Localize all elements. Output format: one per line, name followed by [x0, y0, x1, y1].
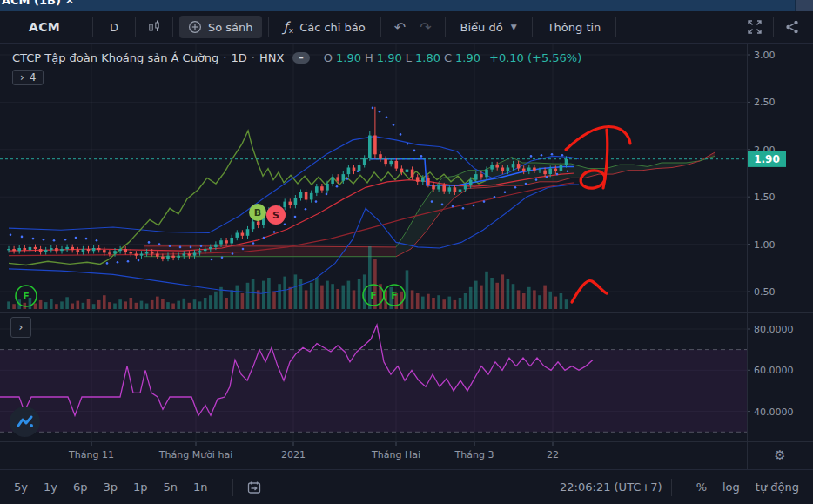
- indicator-count: 4: [30, 71, 37, 84]
- bottombar-divider: [232, 479, 233, 496]
- browser-tab-strip: ACM (1B) ✕: [0, 0, 813, 11]
- chart-menu-button[interactable]: Biểu đồ ▼: [452, 17, 526, 38]
- close-label: C: [444, 51, 452, 64]
- rsi-axis-label: 80.0000: [754, 324, 794, 335]
- price-axis-label: 3.00: [754, 50, 776, 61]
- close-value: 1.90: [455, 51, 480, 64]
- legend-interval[interactable]: 1D: [232, 51, 247, 64]
- chevron-right-icon: ›: [20, 71, 24, 84]
- toolbar-right-group: [742, 15, 804, 39]
- browser-tab-edge: [795, 0, 813, 11]
- fullscreen-icon: [747, 19, 763, 35]
- compare-label: So sánh: [208, 21, 253, 34]
- high-label: H: [365, 51, 373, 64]
- browser-tab-title: ACM (1B) ✕: [2, 0, 74, 7]
- price-axis-label: 1.50: [754, 192, 776, 203]
- visibility-pill[interactable]: –: [292, 52, 310, 64]
- time-axis-label: Tháng 3: [454, 449, 494, 460]
- toolbar-divider: [10, 17, 10, 37]
- indicators-button[interactable]: ƒx Các chỉ báo: [275, 15, 374, 39]
- symbol-title[interactable]: CTCP Tập đoàn Khoáng sản Á Cường: [12, 51, 218, 64]
- rsi-pane-layer: [0, 325, 747, 432]
- range-button-5d[interactable]: 5n: [164, 480, 178, 494]
- ichimoku-cloud-layer: [144, 152, 715, 257]
- indicator-collapse-button[interactable]: › 4: [12, 70, 44, 85]
- candle-style-button[interactable]: [142, 15, 166, 39]
- time-axis-layer: Tháng 11Tháng Mười hai2021Tháng HaiTháng…: [68, 442, 559, 460]
- interval-button[interactable]: D: [99, 21, 129, 34]
- broker-logo: [10, 407, 40, 437]
- undo-button[interactable]: ↶: [387, 19, 413, 36]
- auto-scale-button[interactable]: tự động: [756, 480, 799, 494]
- time-axis-label: Tháng 11: [68, 449, 114, 460]
- time-axis-label: Tháng Hai: [371, 449, 420, 460]
- symbol-search-button[interactable]: ACM: [17, 20, 86, 34]
- rsi-band: [0, 350, 747, 433]
- trading-chart-app: 3.002.502.001.501.000.5080.000060.000040…: [0, 0, 813, 504]
- range-button-6m[interactable]: 6p: [73, 480, 88, 494]
- buy-marker-label: B: [254, 207, 261, 218]
- f-marker-label: F: [391, 290, 398, 301]
- range-button-5y[interactable]: 5y: [14, 480, 28, 494]
- high-value: 1.90: [377, 51, 402, 64]
- open-label: O: [324, 51, 333, 64]
- toolbar-divider: [92, 17, 93, 37]
- red-annotation[interactable]: [566, 127, 630, 150]
- price-axis-label: 1.00: [754, 239, 776, 251]
- time-axis-label: 2021: [281, 449, 306, 460]
- pane-collapse-button[interactable]: ›: [10, 317, 31, 338]
- compare-button[interactable]: So sánh: [179, 16, 262, 38]
- calendar-arrow-icon: [246, 480, 262, 495]
- bottom-toolbar: 5y 1y 6p 3p 1p 5n 1n 22:06:21 (UTC+7) % …: [0, 469, 813, 504]
- legend-separator: ·: [252, 51, 255, 64]
- go-to-date-button[interactable]: [242, 475, 266, 500]
- top-toolbar: ACM D So sánh ƒx Các chỉ b: [0, 11, 813, 44]
- toolbar-divider: [445, 17, 446, 37]
- chevron-right-icon: ›: [19, 321, 24, 333]
- price-axis-label: 0.50: [754, 286, 776, 298]
- f-marker-label: F: [370, 290, 377, 301]
- candle-style-icon: [146, 19, 162, 35]
- chevron-down-icon: ▼: [511, 23, 517, 31]
- ohlc-values: O1.90 H1.90 L1.80 C1.90 +0.10 (+5.56%): [324, 51, 581, 64]
- price-axis-label: 2.50: [754, 97, 776, 108]
- time-axis-settings-button[interactable]: ⚙: [771, 446, 789, 465]
- range-button-1d[interactable]: 1n: [193, 480, 208, 494]
- rsi-axis-label: 40.0000: [754, 407, 794, 418]
- range-button-1y[interactable]: 1y: [44, 480, 57, 494]
- toolbar-divider: [380, 17, 381, 37]
- info-label: Thông tin: [548, 21, 601, 34]
- last-price-label: 1.90: [754, 153, 780, 165]
- low-label: L: [406, 51, 412, 64]
- rsi-axis-label: 60.0000: [754, 365, 794, 376]
- share-icon: [784, 19, 800, 35]
- change-value: +0.10 (+5.56%): [489, 51, 581, 64]
- fullscreen-button[interactable]: [742, 15, 767, 39]
- log-scale-button[interactable]: log: [722, 480, 740, 494]
- chart-canvas[interactable]: 3.002.502.001.501.000.5080.000060.000040…: [0, 0, 813, 504]
- percent-scale-button[interactable]: %: [696, 480, 707, 494]
- low-value: 1.80: [415, 51, 440, 64]
- toolbar-divider: [615, 17, 616, 37]
- time-axis-label: Tháng Mười hai: [158, 449, 232, 460]
- toolbar-divider: [135, 17, 136, 37]
- share-button[interactable]: [780, 15, 804, 39]
- circle-plus-icon: [188, 20, 202, 34]
- range-button-3m[interactable]: 3p: [103, 480, 118, 494]
- mountain-chart-icon: [15, 412, 36, 433]
- fx-icon: ƒx: [284, 19, 294, 35]
- info-button[interactable]: Thông tin: [539, 17, 610, 38]
- toolbar-divider: [532, 17, 533, 37]
- indicators-label: Các chỉ báo: [299, 21, 366, 34]
- hand-drawing-layer: [566, 127, 630, 302]
- toolbar-divider: [773, 17, 774, 37]
- redo-button[interactable]: ↷: [413, 19, 438, 36]
- sell-marker-label: S: [272, 210, 279, 221]
- clock-timezone[interactable]: 22:06:21 (UTC+7): [560, 480, 662, 494]
- symbol-legend: CTCP Tập đoàn Khoáng sản Á Cường · 1D · …: [12, 51, 581, 64]
- range-button-1m[interactable]: 1p: [133, 480, 148, 494]
- gear-icon: ⚙: [774, 447, 785, 463]
- time-axis-label: 22: [547, 449, 559, 460]
- bottombar-divider: [671, 479, 672, 496]
- chart-menu-label: Biểu đồ: [460, 21, 503, 34]
